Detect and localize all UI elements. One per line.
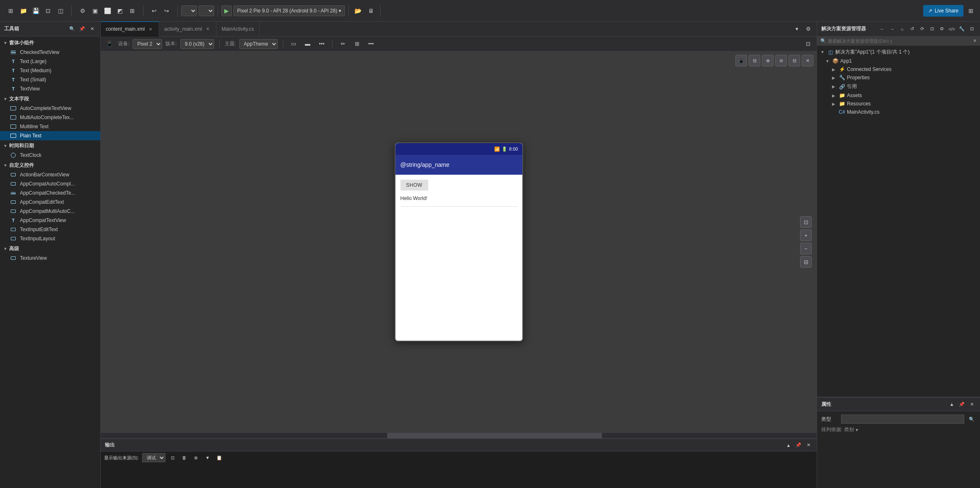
prop-pin-btn[interactable]: 📌 xyxy=(958,400,966,408)
prop-close-btn[interactable]: ✕ xyxy=(968,400,976,408)
horizontal-scrollbar[interactable] xyxy=(101,432,817,438)
sol-home-btn[interactable]: ⌂ xyxy=(898,25,906,33)
toolbox-item-appcompat-multiauto[interactable]: AppCompatMultiAutoC... xyxy=(0,207,100,216)
sol-sync-btn[interactable]: ↺ xyxy=(908,25,916,33)
prop-expand-btn[interactable]: ▲ xyxy=(948,400,956,408)
toolbox-item-checked-text-view[interactable]: CheckedTextView xyxy=(0,48,100,57)
search-clear-btn[interactable]: ✕ xyxy=(973,38,977,44)
toolbar-btn-open[interactable]: 📁 xyxy=(17,5,29,17)
run-button[interactable]: ▶ xyxy=(221,5,232,16)
chevron-down-icon[interactable]: ▾ xyxy=(856,427,858,433)
sol-settings-btn[interactable]: ⚙ xyxy=(938,25,946,33)
output-toolbar-btn2[interactable]: 🗑 xyxy=(180,454,189,462)
tab-activity-main-xml[interactable]: activity_main.xml ✕ xyxy=(159,22,216,37)
designer-version-select[interactable]: 9.0 (v28) xyxy=(180,39,214,49)
designer-more-icon[interactable]: ••• xyxy=(316,39,327,49)
sol-filter-btn[interactable]: ⊡ xyxy=(928,25,936,33)
designer-window-icon[interactable]: ⊡ xyxy=(803,39,813,49)
output-toolbar-btn5[interactable]: 📋 xyxy=(215,454,223,462)
zoom-fit-btn[interactable]: ⊡ xyxy=(800,216,812,228)
sol-refresh-btn[interactable]: ⟳ xyxy=(918,25,926,33)
designer-grid-icon[interactable]: ⊞ xyxy=(352,39,362,49)
toolbar-btn-expand[interactable]: ⊞ xyxy=(965,5,977,17)
toolbox-item-appcompat-checked[interactable]: AppCompatCheckedTe... xyxy=(0,188,100,198)
toolbar-btn-new[interactable]: ⊞ xyxy=(5,5,17,17)
toolbox-item-text-small[interactable]: T Text (Small) xyxy=(0,75,100,84)
toolbar-btn-box[interactable]: ⬜ xyxy=(102,5,113,17)
designer-options-icon[interactable]: ••• xyxy=(366,39,376,49)
toolbox-item-multiauto[interactable]: MultiAutoCompleteTex... xyxy=(0,113,100,122)
tree-item-resources[interactable]: ▶ 📁 Resources xyxy=(817,100,980,108)
toolbar-btn-undo[interactable]: ↩ xyxy=(148,5,160,17)
output-toolbar-btn1[interactable]: ⊡ xyxy=(169,454,177,462)
toolbar-btn-save[interactable]: 💾 xyxy=(30,5,41,17)
tab-mainactivity-cs[interactable]: MainActivity.cs xyxy=(216,22,259,37)
view-mode-zoom-in-btn[interactable]: ⊕ xyxy=(762,55,774,66)
toolbox-item-actionbar[interactable]: ActionBarContextView xyxy=(0,170,100,179)
sol-tool-btn[interactable]: 🔧 xyxy=(958,25,966,33)
output-expand-btn[interactable]: ▲ xyxy=(784,441,793,449)
toolbox-section-advanced-header[interactable]: ▼ 高级 xyxy=(0,244,100,254)
zoom-out-btn[interactable]: − xyxy=(800,243,812,254)
toolbox-item-textinput-layout[interactable]: TextInputLayout xyxy=(0,234,100,243)
tab-dropdown-icon[interactable]: ▾ xyxy=(792,24,802,34)
sol-nav-forward-btn[interactable]: → xyxy=(888,25,896,33)
view-mode-phone-btn[interactable]: 📱 xyxy=(735,55,747,66)
output-pin-btn[interactable]: 📌 xyxy=(794,441,803,449)
designer-phone-icon[interactable]: 📱 xyxy=(104,39,115,49)
output-close-btn[interactable]: ✕ xyxy=(804,441,813,449)
zoom-reset-btn[interactable]: ⊟ xyxy=(800,256,812,268)
toolbox-item-textclock[interactable]: TextClock xyxy=(0,151,100,160)
tree-item-mainactivity[interactable]: C# MainActivity.cs xyxy=(817,108,980,116)
tree-item-connected-services[interactable]: ▶ ⚡ Connected Services xyxy=(817,65,980,73)
live-share-button[interactable]: ↗ Live Share xyxy=(923,5,963,17)
sol-nav-back-btn[interactable]: ← xyxy=(878,25,886,33)
toolbar-btn-new2[interactable]: ◫ xyxy=(55,5,66,17)
sol-expand-btn[interactable]: ⊡ xyxy=(968,25,976,33)
view-mode-zoom-out-btn[interactable]: ⊖ xyxy=(775,55,787,66)
tree-item-app1[interactable]: ▼ 📦 App1 xyxy=(817,57,980,65)
scrollbar-thumb[interactable] xyxy=(387,433,602,438)
toolbox-item-appcompat-text[interactable]: T AppCompatTextView xyxy=(0,216,100,225)
sol-code-btn[interactable]: </> xyxy=(948,25,956,33)
output-source-select[interactable]: 调试 xyxy=(142,453,165,462)
toolbar-btn-folder[interactable]: 📂 xyxy=(352,5,364,17)
view-mode-close-btn[interactable]: ✕ xyxy=(802,55,813,66)
phone-show-button[interactable]: SHOW xyxy=(400,180,428,190)
view-mode-fit-btn[interactable]: ⊟ xyxy=(788,55,800,66)
tree-item-references[interactable]: ▶ 🔗 引用 xyxy=(817,82,980,91)
toolbox-item-text-large[interactable]: T Text (Large) xyxy=(0,57,100,66)
toolbox-pin-btn[interactable]: 📌 xyxy=(78,25,86,33)
toolbox-item-texture-view[interactable]: TextureView xyxy=(0,254,100,263)
toolbox-item-plain-text[interactable]: Plain Text xyxy=(0,131,100,140)
tree-item-assets[interactable]: ▶ 📁 Assets xyxy=(817,91,980,100)
designer-phone-portrait-icon[interactable]: ▭ xyxy=(288,39,299,49)
toolbox-item-textview[interactable]: T TextView xyxy=(0,84,100,93)
toolbox-section-textfields-header[interactable]: ▼ 文本字段 xyxy=(0,94,100,104)
zoom-in-btn[interactable]: + xyxy=(800,229,812,241)
toolbar-btn-settings[interactable]: ⚙ xyxy=(77,5,88,17)
toolbox-section-custom-header[interactable]: ▼ 自定义控件 xyxy=(0,161,100,170)
toolbox-item-appcompat-auto[interactable]: AppCompatAutoCompl... xyxy=(0,179,100,188)
toolbox-close-btn[interactable]: ✕ xyxy=(88,25,96,33)
toolbar-btn-ref[interactable]: ▣ xyxy=(89,5,101,17)
toolbar-btn-redo[interactable]: ↪ xyxy=(161,5,172,17)
properties-search-icon[interactable]: 🔍 xyxy=(968,415,976,423)
properties-type-input[interactable] xyxy=(841,415,964,424)
toolbox-search-btn[interactable]: 🔍 xyxy=(68,25,76,33)
output-toolbar-btn4[interactable]: ▼ xyxy=(204,454,212,462)
toolbox-item-appcompat-edit[interactable]: AppCompatEditText xyxy=(0,198,100,207)
toolbar-btn-nav[interactable]: ◩ xyxy=(114,5,126,17)
toolbox-section-widgets-header[interactable]: ▼ 窗体小组件 xyxy=(0,38,100,48)
toolbar-btn-monitor[interactable]: 🖥 xyxy=(365,5,377,17)
device-selector[interactable]: Pixel 2 Pie 9.0 - API 28 (Android 9.0 - … xyxy=(233,5,345,16)
output-toolbar-btn3[interactable]: ⊕ xyxy=(192,454,200,462)
tab-settings-icon[interactable]: ⚙ xyxy=(803,24,813,34)
toolbox-item-autocomplete[interactable]: AutoCompleteTextView xyxy=(0,104,100,113)
tab-close-content-main[interactable]: ✕ xyxy=(147,26,154,32)
debug-config-select[interactable]: Debug xyxy=(181,5,197,16)
toolbar-btn-extra[interactable]: ⊞ xyxy=(126,5,138,17)
tab-close-activity-main[interactable]: ✕ xyxy=(204,26,211,32)
toolbox-item-text-medium[interactable]: T Text (Medium) xyxy=(0,66,100,75)
cpu-select[interactable]: Any CPU xyxy=(199,5,214,16)
